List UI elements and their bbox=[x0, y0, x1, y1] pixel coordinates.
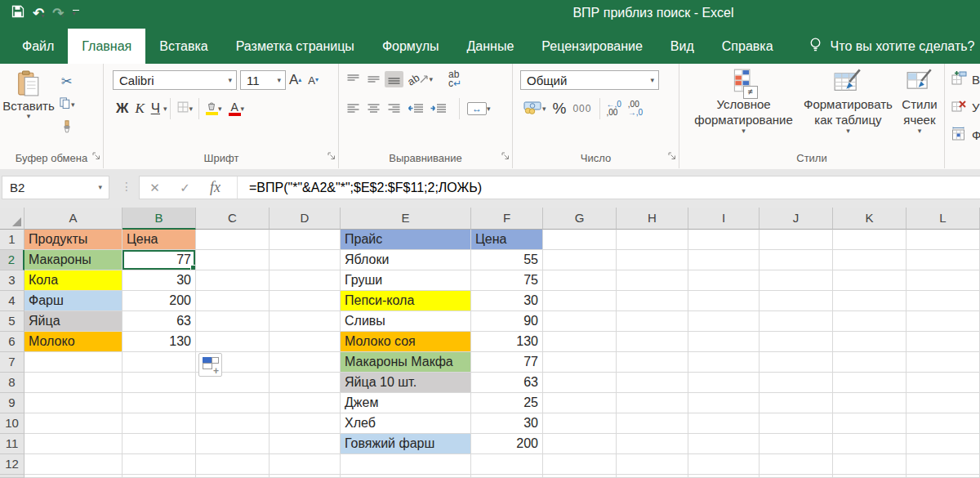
cell-J10[interactable] bbox=[760, 413, 833, 434]
cell-B3[interactable]: 30 bbox=[122, 270, 196, 291]
column-header-D[interactable]: D bbox=[270, 208, 341, 230]
merge-center-button[interactable]: ↔▾ bbox=[464, 101, 494, 117]
auto-fill-options-button[interactable]: + bbox=[198, 353, 222, 377]
decrease-indent-button[interactable] bbox=[405, 101, 426, 117]
cell-D8[interactable] bbox=[270, 373, 341, 393]
cell-C6[interactable] bbox=[196, 332, 270, 352]
cell-G8[interactable] bbox=[543, 373, 617, 393]
tab-Главная[interactable]: Главная bbox=[68, 29, 145, 64]
shrink-font-button[interactable]: A▾ bbox=[305, 73, 322, 88]
row-header-5[interactable]: 5 bbox=[0, 311, 24, 332]
cell-E5[interactable]: Сливы bbox=[341, 311, 471, 332]
cell-C2[interactable] bbox=[196, 250, 270, 270]
cell-G12[interactable] bbox=[543, 454, 617, 475]
cell-B9[interactable] bbox=[122, 393, 196, 413]
row-header-7[interactable]: 7 bbox=[0, 352, 24, 373]
cell-G3[interactable] bbox=[543, 270, 617, 291]
tab-Файл[interactable]: Файл bbox=[8, 29, 68, 64]
cell-K6[interactable] bbox=[833, 332, 906, 352]
tab-Вставка[interactable]: Вставка bbox=[145, 29, 221, 64]
cell-G6[interactable] bbox=[543, 332, 617, 352]
cell-F8[interactable]: 63 bbox=[471, 373, 543, 393]
cell-D12[interactable] bbox=[270, 454, 341, 475]
alignment-dialog-launcher[interactable] bbox=[501, 149, 510, 163]
cell-F11[interactable]: 200 bbox=[471, 434, 543, 454]
row-header-1[interactable]: 1 bbox=[0, 230, 24, 250]
cell-F2[interactable]: 55 bbox=[471, 250, 543, 270]
cell-D9[interactable] bbox=[270, 393, 341, 413]
cell-C10[interactable] bbox=[196, 413, 270, 434]
cell-I5[interactable] bbox=[688, 311, 760, 332]
cell-K7[interactable] bbox=[833, 352, 906, 373]
name-box-caret[interactable]: ▾ bbox=[98, 184, 102, 191]
cell-styles-button[interactable]: Стили ячеек ▾ bbox=[895, 69, 944, 135]
cell-K8[interactable] bbox=[833, 373, 906, 393]
cell-C4[interactable] bbox=[196, 291, 270, 311]
column-header-B[interactable]: B bbox=[122, 208, 196, 230]
cell-G10[interactable] bbox=[543, 413, 617, 434]
cell-E9[interactable]: Джем bbox=[341, 393, 471, 413]
align-top-button[interactable] bbox=[344, 71, 363, 87]
cell-H1[interactable] bbox=[617, 230, 688, 250]
align-bottom-button[interactable] bbox=[385, 71, 403, 87]
delete-cells-button[interactable]: У bbox=[951, 99, 980, 115]
cell-K4[interactable] bbox=[833, 291, 906, 311]
tab-Данные[interactable]: Данные bbox=[453, 29, 528, 64]
cell-C1[interactable] bbox=[196, 230, 270, 250]
cell-B12[interactable] bbox=[122, 454, 196, 475]
bold-button[interactable]: Ж bbox=[113, 99, 131, 118]
cell-F6[interactable]: 130 bbox=[471, 332, 543, 352]
cell-E4[interactable]: Пепси-кола bbox=[341, 291, 471, 311]
format-painter-button[interactable] bbox=[56, 118, 78, 138]
number-dialog-launcher[interactable] bbox=[668, 149, 676, 163]
cell-E2[interactable]: Яблоки bbox=[341, 250, 471, 270]
cell-D10[interactable] bbox=[270, 413, 341, 434]
row-header-6[interactable]: 6 bbox=[0, 332, 24, 352]
cell-L2[interactable] bbox=[906, 250, 980, 270]
cell-B11[interactable] bbox=[122, 434, 196, 454]
increase-decimal-button[interactable]: ←,0,00 bbox=[603, 101, 624, 117]
cell-K10[interactable] bbox=[833, 413, 906, 434]
cell-K1[interactable] bbox=[833, 230, 906, 250]
grow-font-button[interactable]: A▴ bbox=[286, 70, 305, 90]
row-header-8[interactable]: 8 bbox=[0, 373, 24, 393]
cell-C12[interactable] bbox=[196, 454, 270, 475]
cell-J2[interactable] bbox=[760, 250, 833, 270]
cell-A9[interactable] bbox=[24, 393, 122, 413]
cell-A5[interactable]: Яйца bbox=[24, 311, 122, 332]
percent-style-button[interactable]: % bbox=[550, 98, 570, 119]
cell-C11[interactable] bbox=[196, 434, 270, 454]
cell-F1[interactable]: Цена bbox=[471, 230, 543, 250]
cell-J6[interactable] bbox=[760, 332, 833, 352]
decrease-decimal-button[interactable]: ,00→,0 bbox=[625, 101, 646, 117]
cell-B8[interactable] bbox=[122, 373, 196, 393]
cell-J7[interactable] bbox=[760, 352, 833, 373]
cell-E10[interactable]: Хлеб bbox=[341, 413, 471, 434]
cell-I7[interactable] bbox=[688, 352, 760, 373]
cell-H11[interactable] bbox=[617, 434, 688, 454]
cell-A4[interactable]: Фарш bbox=[24, 291, 122, 311]
cell-I2[interactable] bbox=[688, 250, 760, 270]
cell-I12[interactable] bbox=[688, 454, 760, 475]
cell-L9[interactable] bbox=[906, 393, 980, 413]
cell-B2[interactable]: 77 bbox=[122, 250, 196, 270]
cell-K2[interactable] bbox=[833, 250, 906, 270]
cell-B6[interactable]: 130 bbox=[122, 332, 196, 352]
tell-me-box[interactable]: Что вы хотите сделать? bbox=[808, 29, 975, 64]
tab-Разметка страницы[interactable]: Разметка страницы bbox=[222, 29, 368, 64]
column-header-H[interactable]: H bbox=[617, 208, 688, 230]
cell-J12[interactable] bbox=[760, 454, 833, 475]
row-header-12[interactable]: 12 bbox=[0, 454, 24, 475]
cell-D4[interactable] bbox=[270, 291, 341, 311]
cancel-icon[interactable]: ✕ bbox=[140, 181, 170, 195]
cell-L10[interactable] bbox=[906, 413, 980, 434]
cell-K9[interactable] bbox=[833, 393, 906, 413]
cell-C5[interactable] bbox=[196, 311, 270, 332]
cell-J4[interactable] bbox=[760, 291, 833, 311]
cell-H5[interactable] bbox=[617, 311, 688, 332]
column-header-F[interactable]: F bbox=[471, 208, 543, 230]
row-header-4[interactable]: 4 bbox=[0, 291, 24, 311]
cell-B10[interactable] bbox=[122, 413, 196, 434]
cell-E8[interactable]: Яйца 10 шт. bbox=[341, 373, 471, 393]
cell-B7[interactable] bbox=[122, 352, 196, 373]
